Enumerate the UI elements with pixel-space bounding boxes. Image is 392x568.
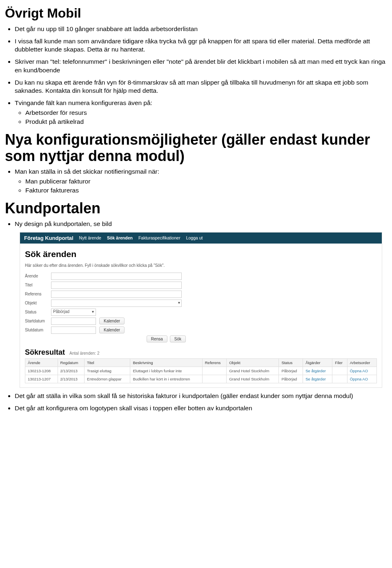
list-item: Arbetsorder för resurs: [25, 109, 387, 117]
list-item: Du kan nu skapa ett ärende från vyn för …: [15, 78, 387, 95]
heading-kundportalen: Kundportalen: [5, 200, 387, 217]
list-nya-konfig: Man kan ställa in så det skickar notifie…: [15, 168, 387, 195]
nav-logga-ut[interactable]: Logga ut: [186, 235, 203, 240]
cell-titel: Trasigt eluttag: [85, 367, 130, 375]
label-status: Status: [25, 310, 48, 314]
list-ovrigt-mobil: Det går nu upp till 10 gånger snabbare a…: [15, 25, 387, 126]
list-item: Produkt på artikelrad: [25, 118, 387, 126]
results-table: Ärende Regdatum Titel Beskrivning Refere…: [25, 358, 377, 383]
input-arende[interactable]: [51, 273, 182, 280]
label-startdatum: Startdatum: [25, 319, 48, 323]
list-item-label: Ny design på kundportalen, se bild: [15, 220, 112, 227]
table-row: 130213-1208 2/13/2013 Trasigt eluttag El…: [25, 367, 377, 375]
list-item-label: Man kan ställa in så det skickar notifie…: [15, 168, 159, 175]
select-status[interactable]: Påbörjad: [51, 309, 96, 316]
col-objekt: Objekt: [227, 358, 279, 367]
cell-beskr: Budkillen har kört in i entredörren: [130, 375, 202, 383]
kalender-button-start[interactable]: Kalender: [99, 318, 125, 324]
list-item: Det går att konfigurera om logotypen ska…: [15, 404, 387, 412]
portal-hint: Här söker du efter dina ärenden. Fyll i …: [25, 263, 377, 268]
chevron-down-icon[interactable]: ▾: [178, 300, 180, 305]
cell-arende: 130213-1207: [25, 375, 58, 383]
col-arbetsorder: Arbetsorder: [347, 358, 376, 367]
sublist: Arbetsorder för resurs Produkt på artike…: [25, 109, 387, 126]
col-status: Status: [279, 358, 303, 367]
rensa-button[interactable]: Rensa: [147, 335, 167, 342]
table-row: 130213-1207 2/13/2013 Entredörren glappa…: [25, 375, 377, 383]
cell-filer: [332, 367, 347, 375]
list-kundportalen: Ny design på kundportalen, se bild: [15, 220, 387, 228]
label-referens: Referens: [25, 292, 48, 296]
label-arende: Ärende: [25, 274, 48, 278]
list-item: Det går nu upp till 10 gånger snabbare a…: [15, 25, 387, 33]
nav-sok-arenden[interactable]: Sök ärenden: [107, 235, 133, 240]
input-slutdatum[interactable]: [51, 326, 96, 334]
cell-ref: [202, 367, 226, 375]
result-title-label: Sökresultat: [25, 348, 65, 356]
portal-body: Sök ärenden Här söker du efter dina ären…: [20, 244, 382, 387]
portal-navbar: Företag Kundportal Nytt ärende Sök ärend…: [20, 233, 382, 244]
col-beskrivning: Beskrivning: [130, 358, 202, 367]
label-titel: Titel: [25, 283, 48, 287]
col-titel: Titel: [85, 358, 130, 367]
list-item: Fakturor faktureras: [25, 186, 387, 195]
list-item: Ny design på kundportalen, se bild: [15, 220, 387, 228]
list-item: Skriver man "tel: telefonnummer" i beskr…: [15, 58, 387, 74]
result-title: Sökresultat Antal ärenden: 2: [25, 348, 377, 357]
cell-arende: 130213-1208: [25, 367, 58, 375]
list-item-label: Tvingande fält kan numera konfigureras ä…: [15, 99, 152, 106]
nav-fakturaspec[interactable]: Fakturaspecifikationer: [138, 235, 180, 240]
kalender-button-slut[interactable]: Kalender: [99, 326, 125, 333]
cell-regdatum: 2/13/2013: [58, 375, 85, 383]
input-startdatum[interactable]: [51, 318, 96, 325]
cell-objekt: Grand Hotel Stockholm: [227, 375, 279, 383]
portal-brand: Företag Kundportal: [24, 235, 74, 241]
sublist: Man publicerar fakturor Fakturor fakture…: [25, 177, 387, 195]
cell-objekt: Grand Hotel Stockholm: [227, 367, 279, 375]
cell-titel: Entredörren glappar: [85, 375, 130, 383]
label-objekt: Objekt: [25, 301, 48, 305]
list-item: Det går att ställa in vilka som skall få…: [15, 392, 387, 400]
list-item: Man publicerar fakturor: [25, 177, 387, 186]
nav-nytt-arende[interactable]: Nytt ärende: [79, 235, 101, 240]
list-item: Man kan ställa in så det skickar notifie…: [15, 168, 387, 195]
heading-nya-konfig: Nya konfigurationsmöjligheter (gäller en…: [5, 132, 387, 164]
sok-button[interactable]: Sök: [170, 335, 186, 342]
cell-status: Påbörjad: [279, 375, 303, 383]
link-se-atgarder[interactable]: Se åtgärder: [305, 377, 326, 381]
col-regdatum: Regdatum: [58, 358, 85, 367]
input-objekt[interactable]: [51, 300, 182, 307]
portal-page-title: Sök ärenden: [25, 249, 377, 259]
list-item: Tvingande fält kan numera konfigureras ä…: [15, 99, 387, 126]
link-oppna-ao[interactable]: Öppna AO: [350, 377, 368, 381]
label-slutdatum: Slutdatum: [25, 328, 48, 332]
input-referens[interactable]: [51, 291, 182, 298]
col-referens: Referens: [202, 358, 226, 367]
cell-beskr: Eluttaget i lobbyn funkar inte: [130, 367, 202, 375]
input-titel[interactable]: [51, 282, 182, 289]
col-arende: Ärende: [25, 358, 58, 367]
cell-filer: [332, 375, 347, 383]
col-filer: Filer: [332, 358, 347, 367]
col-atgarder: Åtgärder: [303, 358, 332, 367]
cell-ref: [202, 375, 226, 383]
heading-ovrigt-mobil: Övrigt Mobil: [5, 6, 387, 21]
link-oppna-ao[interactable]: Öppna AO: [350, 369, 368, 373]
list-kundportalen-after: Det går att ställa in vilka som skall få…: [15, 392, 387, 412]
cell-status: Påbörjad: [279, 367, 303, 375]
cell-regdatum: 2/13/2013: [58, 367, 85, 375]
result-count: Antal ärenden: 2: [69, 351, 99, 356]
link-se-atgarder[interactable]: Se åtgärder: [305, 369, 326, 373]
portal-screenshot: Företag Kundportal Nytt ärende Sök ärend…: [20, 232, 382, 388]
list-item: I vissa fall kunde man som användare tid…: [15, 37, 387, 54]
